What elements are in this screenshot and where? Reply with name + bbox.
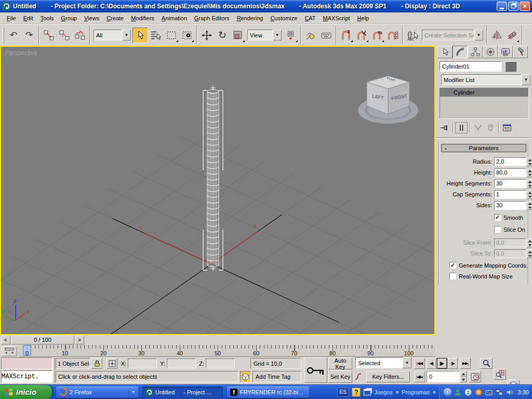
select-and-link-icon[interactable] [41,28,57,43]
menu-modifiers[interactable]: Modifiers [127,14,158,23]
task-3dsmax-active[interactable]: Untitled - Project ... [142,387,223,398]
snaps-toggle-button[interactable]: 3 [338,28,354,43]
key-filters-button[interactable]: Key Filters... [366,371,410,382]
height-field[interactable]: 80,0 [494,168,526,177]
sides-field[interactable]: 30 [494,201,526,210]
task-group-arrow-icon[interactable]: ▼ [128,390,135,394]
modifier-stack[interactable]: Cylinder [440,88,529,119]
tab-display-icon[interactable] [498,46,513,58]
maxscript-listener-pane[interactable]: MAXScript. [1,370,52,383]
zoom-all-icon[interactable] [494,369,506,380]
cap-segments-field[interactable]: 1 [494,190,526,199]
selection-lock-icon[interactable] [91,358,102,369]
open-mini-curve-editor-button[interactable] [2,346,17,356]
menu-animation[interactable]: Animation [158,14,191,23]
menu-graph-editors[interactable]: Graph Editors [191,14,233,23]
radius-field[interactable]: 2,0 [494,157,526,166]
menu-views[interactable]: Views [81,14,103,23]
language-indicator[interactable]: ES [337,388,349,397]
quicklaunch-juegos[interactable]: Juegos [374,389,392,395]
time-configuration-icon[interactable] [469,371,481,382]
reference-coordinate-system-dropdown[interactable]: View▼ [247,30,282,41]
tab-modify-icon[interactable] [453,46,468,58]
selection-filter-dropdown[interactable]: All▼ [94,30,131,41]
current-frame-field[interactable]: 0 [427,371,460,382]
menu-create[interactable]: Create [103,14,127,23]
close-button[interactable]: × [520,2,530,11]
start-button[interactable]: Inicio [0,385,52,399]
cap-segments-spinner[interactable] [527,190,532,199]
adaptive-degradation-icon[interactable] [240,371,251,382]
previous-frame-slider-button[interactable]: < [1,336,10,344]
select-and-rotate-button[interactable]: ↻ [215,28,230,43]
task-firefox[interactable]: 2 Firefox ▼ [56,387,138,398]
x-coordinate-field[interactable] [128,358,157,368]
select-by-name-button[interactable] [148,28,164,43]
angle-snap-toggle-button[interactable] [354,28,369,43]
make-unique-icon[interactable] [472,122,484,134]
next-frame-slider-button[interactable]: > [75,336,84,344]
key-mode-dropdown[interactable]: Selected▼ [355,357,411,368]
volume-tray-icon[interactable] [506,388,514,396]
unlink-selection-icon[interactable] [57,28,72,43]
hide-icons-chevron-icon[interactable]: ‹ [444,388,451,396]
select-and-move-button[interactable] [199,28,215,43]
mirror-button[interactable] [489,28,504,43]
viewport-label[interactable]: Perspective [5,49,37,57]
object-name-field[interactable]: Cylinder01 [440,61,502,72]
taskbar-clock[interactable]: 3:30 [518,389,529,395]
goto-start-button[interactable]: |◀◀ [414,358,425,369]
bind-to-space-warp-icon[interactable] [72,28,88,43]
messenger-tray-icon[interactable] [464,388,472,396]
height-segments-field[interactable]: 30 [494,179,526,188]
set-keys-button[interactable] [304,357,327,383]
select-and-manipulate-button[interactable] [303,28,318,43]
quicklaunch-programas[interactable]: Programas [402,389,430,395]
z-coordinate-field[interactable] [206,358,235,368]
generate-mapping-coords-checkbox[interactable]: ✓ [449,262,456,269]
real-world-map-size-checkbox[interactable] [449,273,456,280]
restore-window-tray-icon[interactable] [364,389,371,395]
listener-splitter[interactable] [52,357,55,383]
keyboard-shortcut-override-button[interactable] [318,28,334,43]
use-pivot-point-center-button[interactable] [283,28,299,43]
minimize-button[interactable] [497,2,507,11]
rectangular-selection-region-button[interactable] [164,28,179,43]
media-tray-icon[interactable] [474,388,483,396]
collapse-icon[interactable]: - [442,145,450,151]
menu-group[interactable]: Group [57,14,81,23]
menu-help[interactable]: Help [354,14,373,23]
macro-recorder-pane[interactable] [1,357,52,369]
radius-spinner[interactable] [527,157,532,166]
zoom-icon[interactable] [480,358,493,369]
parameters-rollout-header[interactable]: - Parameters [441,144,526,152]
previous-frame-button[interactable]: ◀|| [427,358,436,369]
time-slider[interactable]: 0 / 100 [11,336,74,344]
slice-on-checkbox[interactable] [494,226,501,233]
toolbar-grip[interactable] [3,28,4,43]
height-spinner[interactable] [527,168,532,177]
cylinder-wireframe[interactable] [207,85,219,271]
perspective-viewport[interactable]: x y Perspective LEFT FRONT TOP [0,46,435,335]
menu-rendering[interactable]: Rendering [233,14,267,23]
network-computers-tray-icon[interactable] [495,388,503,396]
tab-create-icon[interactable] [437,46,453,58]
smooth-checkbox[interactable]: ✓ [494,214,501,221]
expand-arrow-icon[interactable]: » [396,389,399,395]
configure-modifier-sets-icon[interactable] [501,122,513,134]
spinner-snap-toggle-button[interactable] [385,28,401,43]
task-fryrender[interactable]: f FRYRENDER rc (32-bi... [227,387,309,398]
network-activity-tray-icon[interactable] [485,388,493,396]
menu-tools[interactable]: Tools [37,14,58,23]
remove-modifier-icon[interactable] [484,122,497,134]
frame-spinner[interactable] [460,371,467,382]
default-tangents-icon[interactable] [354,371,364,382]
window-crossing-toggle-button[interactable] [179,28,195,43]
sides-spinner[interactable] [527,201,532,210]
height-segments-spinner[interactable] [527,179,532,188]
next-frame-button[interactable]: ||▶ [448,358,458,369]
viewcube[interactable]: LEFT FRONT TOP [358,76,418,124]
menu-file[interactable]: File [3,14,20,23]
tab-motion-icon[interactable] [483,46,498,58]
menu-customize[interactable]: Customize [267,14,301,23]
